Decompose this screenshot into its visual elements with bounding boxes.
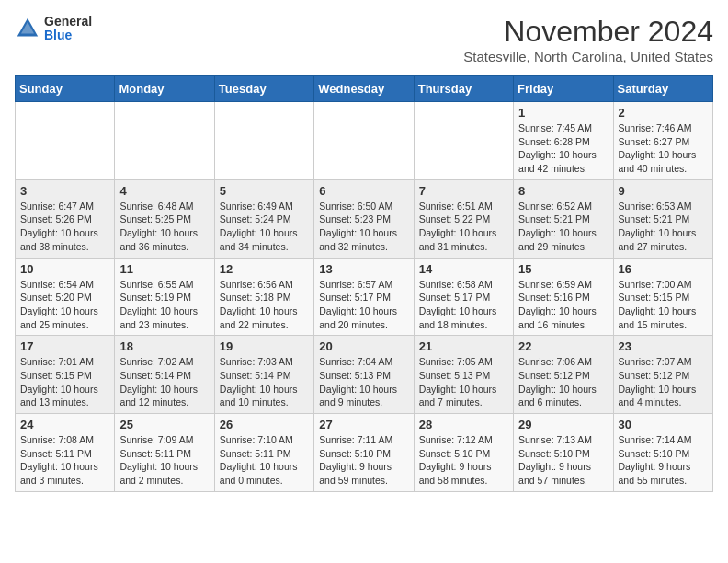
calendar-cell: 24Sunrise: 7:08 AM Sunset: 5:11 PM Dayli… bbox=[16, 414, 115, 492]
calendar-cell: 10Sunrise: 6:54 AM Sunset: 5:20 PM Dayli… bbox=[16, 258, 115, 336]
calendar-cell: 20Sunrise: 7:04 AM Sunset: 5:13 PM Dayli… bbox=[314, 336, 414, 414]
calendar-cell: 16Sunrise: 7:00 AM Sunset: 5:15 PM Dayli… bbox=[613, 258, 712, 336]
day-info: Sunrise: 6:49 AM Sunset: 5:24 PM Dayligh… bbox=[220, 200, 309, 254]
day-number: 1 bbox=[518, 106, 608, 120]
day-number: 25 bbox=[119, 418, 209, 431]
day-info: Sunrise: 7:00 AM Sunset: 5:15 PM Dayligh… bbox=[619, 278, 708, 332]
calendar-cell: 21Sunrise: 7:05 AM Sunset: 5:13 PM Dayli… bbox=[414, 336, 513, 414]
day-info: Sunrise: 6:51 AM Sunset: 5:22 PM Dayligh… bbox=[419, 200, 508, 254]
day-number: 11 bbox=[119, 262, 209, 276]
day-info: Sunrise: 7:08 AM Sunset: 5:11 PM Dayligh… bbox=[20, 433, 109, 488]
weekday-header: Saturday bbox=[613, 76, 712, 102]
calendar-cell bbox=[214, 102, 313, 180]
day-number: 30 bbox=[619, 418, 708, 431]
day-number: 27 bbox=[319, 418, 408, 431]
title-area: November 2024 Statesville, North Carolin… bbox=[463, 15, 713, 64]
calendar-cell: 23Sunrise: 7:07 AM Sunset: 5:12 PM Dayli… bbox=[613, 336, 712, 414]
day-number: 29 bbox=[518, 418, 608, 431]
day-info: Sunrise: 7:07 AM Sunset: 5:12 PM Dayligh… bbox=[619, 355, 708, 409]
weekday-header: Thursday bbox=[414, 76, 513, 102]
day-info: Sunrise: 7:01 AM Sunset: 5:15 PM Dayligh… bbox=[20, 355, 109, 409]
day-number: 12 bbox=[220, 262, 309, 276]
header: General Blue November 2024 Statesville, … bbox=[15, 15, 713, 64]
day-info: Sunrise: 7:14 AM Sunset: 5:10 PM Dayligh… bbox=[619, 433, 708, 488]
day-info: Sunrise: 6:58 AM Sunset: 5:17 PM Dayligh… bbox=[419, 278, 508, 332]
calendar-cell: 1Sunrise: 7:45 AM Sunset: 6:28 PM Daylig… bbox=[514, 102, 613, 180]
day-number: 28 bbox=[419, 418, 508, 431]
day-number: 20 bbox=[319, 339, 408, 353]
day-info: Sunrise: 7:09 AM Sunset: 5:11 PM Dayligh… bbox=[119, 433, 209, 488]
weekday-header: Sunday bbox=[16, 76, 115, 102]
day-number: 15 bbox=[518, 262, 608, 276]
day-info: Sunrise: 6:57 AM Sunset: 5:17 PM Dayligh… bbox=[319, 278, 408, 332]
day-info: Sunrise: 7:46 AM Sunset: 6:27 PM Dayligh… bbox=[619, 121, 708, 176]
logo-general: General bbox=[44, 15, 92, 29]
day-number: 24 bbox=[20, 418, 109, 431]
day-info: Sunrise: 6:55 AM Sunset: 5:19 PM Dayligh… bbox=[119, 278, 209, 332]
day-info: Sunrise: 7:06 AM Sunset: 5:12 PM Dayligh… bbox=[518, 355, 608, 409]
day-info: Sunrise: 6:50 AM Sunset: 5:23 PM Dayligh… bbox=[319, 200, 408, 254]
logo: General Blue bbox=[15, 15, 92, 43]
weekday-header: Wednesday bbox=[314, 76, 414, 102]
day-number: 16 bbox=[619, 262, 708, 276]
day-number: 8 bbox=[518, 184, 608, 198]
weekday-header: Monday bbox=[115, 76, 214, 102]
calendar-header: SundayMondayTuesdayWednesdayThursdayFrid… bbox=[16, 76, 713, 102]
calendar-week: 1Sunrise: 7:45 AM Sunset: 6:28 PM Daylig… bbox=[16, 102, 713, 180]
calendar-cell: 22Sunrise: 7:06 AM Sunset: 5:12 PM Dayli… bbox=[514, 336, 613, 414]
logo-text: General Blue bbox=[44, 15, 92, 43]
day-info: Sunrise: 7:12 AM Sunset: 5:10 PM Dayligh… bbox=[419, 433, 508, 488]
day-info: Sunrise: 7:04 AM Sunset: 5:13 PM Dayligh… bbox=[319, 355, 408, 409]
calendar-cell: 11Sunrise: 6:55 AM Sunset: 5:19 PM Dayli… bbox=[115, 258, 214, 336]
month-title: November 2024 bbox=[463, 15, 713, 49]
day-info: Sunrise: 6:54 AM Sunset: 5:20 PM Dayligh… bbox=[20, 278, 109, 332]
calendar-cell bbox=[115, 102, 214, 180]
day-number: 3 bbox=[20, 184, 109, 198]
calendar-cell: 30Sunrise: 7:14 AM Sunset: 5:10 PM Dayli… bbox=[613, 414, 712, 492]
calendar-cell: 29Sunrise: 7:13 AM Sunset: 5:10 PM Dayli… bbox=[514, 414, 613, 492]
calendar-cell: 3Sunrise: 6:47 AM Sunset: 5:26 PM Daylig… bbox=[16, 179, 115, 258]
calendar-cell: 5Sunrise: 6:49 AM Sunset: 5:24 PM Daylig… bbox=[214, 179, 313, 258]
day-number: 14 bbox=[419, 262, 508, 276]
calendar-cell: 15Sunrise: 6:59 AM Sunset: 5:16 PM Dayli… bbox=[514, 258, 613, 336]
calendar-week: 3Sunrise: 6:47 AM Sunset: 5:26 PM Daylig… bbox=[16, 179, 713, 258]
calendar-cell: 7Sunrise: 6:51 AM Sunset: 5:22 PM Daylig… bbox=[414, 179, 513, 258]
day-number: 13 bbox=[319, 262, 408, 276]
calendar-cell: 17Sunrise: 7:01 AM Sunset: 5:15 PM Dayli… bbox=[16, 336, 115, 414]
day-number: 6 bbox=[319, 184, 408, 198]
calendar-cell bbox=[16, 102, 115, 180]
calendar-week: 24Sunrise: 7:08 AM Sunset: 5:11 PM Dayli… bbox=[16, 414, 713, 492]
day-info: Sunrise: 6:59 AM Sunset: 5:16 PM Dayligh… bbox=[518, 278, 608, 332]
calendar: SundayMondayTuesdayWednesdayThursdayFrid… bbox=[15, 75, 713, 492]
calendar-cell: 8Sunrise: 6:52 AM Sunset: 5:21 PM Daylig… bbox=[514, 179, 613, 258]
day-number: 7 bbox=[419, 184, 508, 198]
day-number: 18 bbox=[119, 339, 209, 353]
weekday-row: SundayMondayTuesdayWednesdayThursdayFrid… bbox=[16, 76, 713, 102]
day-number: 5 bbox=[220, 184, 309, 198]
day-info: Sunrise: 6:56 AM Sunset: 5:18 PM Dayligh… bbox=[220, 278, 309, 332]
calendar-cell: 13Sunrise: 6:57 AM Sunset: 5:17 PM Dayli… bbox=[314, 258, 414, 336]
day-info: Sunrise: 7:11 AM Sunset: 5:10 PM Dayligh… bbox=[319, 433, 408, 488]
day-number: 23 bbox=[619, 339, 708, 353]
calendar-cell: 9Sunrise: 6:53 AM Sunset: 5:21 PM Daylig… bbox=[613, 179, 712, 258]
day-number: 10 bbox=[20, 262, 109, 276]
calendar-cell: 26Sunrise: 7:10 AM Sunset: 5:11 PM Dayli… bbox=[214, 414, 313, 492]
day-info: Sunrise: 7:13 AM Sunset: 5:10 PM Dayligh… bbox=[518, 433, 608, 488]
day-number: 22 bbox=[518, 339, 608, 353]
calendar-cell: 14Sunrise: 6:58 AM Sunset: 5:17 PM Dayli… bbox=[414, 258, 513, 336]
day-number: 17 bbox=[20, 339, 109, 353]
day-number: 2 bbox=[619, 106, 708, 120]
day-info: Sunrise: 7:02 AM Sunset: 5:14 PM Dayligh… bbox=[119, 355, 209, 409]
day-number: 21 bbox=[419, 339, 508, 353]
weekday-header: Friday bbox=[514, 76, 613, 102]
calendar-cell: 2Sunrise: 7:46 AM Sunset: 6:27 PM Daylig… bbox=[613, 102, 712, 180]
location: Statesville, North Carolina, United Stat… bbox=[463, 49, 713, 64]
calendar-cell: 12Sunrise: 6:56 AM Sunset: 5:18 PM Dayli… bbox=[214, 258, 313, 336]
weekday-header: Tuesday bbox=[214, 76, 313, 102]
calendar-cell bbox=[314, 102, 414, 180]
day-number: 4 bbox=[119, 184, 209, 198]
day-number: 26 bbox=[220, 418, 309, 431]
calendar-week: 10Sunrise: 6:54 AM Sunset: 5:20 PM Dayli… bbox=[16, 258, 713, 336]
logo-blue: Blue bbox=[44, 29, 92, 42]
logo-icon bbox=[15, 16, 40, 41]
